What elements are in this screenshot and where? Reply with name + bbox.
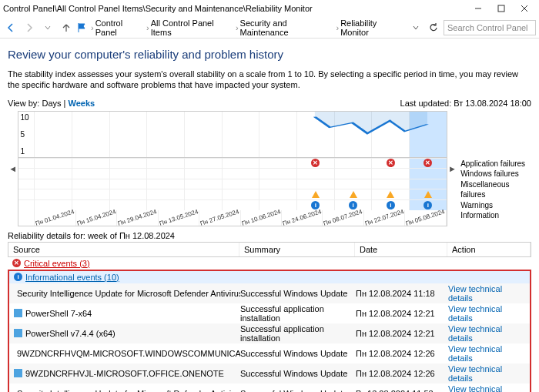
chart-scroll-right[interactable]: ► bbox=[447, 111, 457, 226]
refresh-icon[interactable] bbox=[428, 22, 439, 33]
view-details-link[interactable]: View technical details bbox=[448, 384, 502, 392]
event-row[interactable]: 9WZDNCRFHVQM-MICROSOFT.WINDOWSCOMMUNICAT… bbox=[9, 343, 530, 364]
minimize-button[interactable] bbox=[467, 1, 490, 16]
view-weeks-link[interactable]: Weeks bbox=[68, 99, 95, 108]
error-icon: ✕ bbox=[424, 159, 432, 167]
event-row[interactable]: Security Intelligence Update for Microso… bbox=[9, 283, 530, 303]
group-critical[interactable]: ✕ Critical events (3) bbox=[8, 257, 531, 270]
view-days-link[interactable]: Days bbox=[42, 99, 61, 108]
chart-column[interactable] bbox=[146, 112, 184, 157]
view-details-link[interactable]: View technical details bbox=[448, 344, 502, 363]
chart-legend: Application failuresWindows failuresMisc… bbox=[457, 111, 531, 226]
chart-column[interactable] bbox=[109, 112, 147, 157]
view-details-link[interactable]: View technical details bbox=[448, 284, 502, 303]
last-updated: Last updated: Вт 13.08.2024 18:00 bbox=[400, 99, 531, 108]
chart-scroll-left[interactable]: ◄ bbox=[8, 111, 18, 226]
table-header: Source Summary Date Action bbox=[8, 242, 531, 257]
warning-icon bbox=[424, 191, 432, 198]
search-input[interactable]: Search Control Panel bbox=[444, 20, 536, 35]
chart-column[interactable] bbox=[371, 112, 409, 157]
error-icon: ✕ bbox=[12, 259, 21, 267]
view-details-link[interactable]: View technical details bbox=[448, 364, 502, 383]
error-icon: ✕ bbox=[387, 159, 395, 167]
close-button[interactable] bbox=[513, 1, 536, 16]
reliability-chart[interactable]: 10 5 1 ✕✕✕iiii Пн 01.04.2024Пн 15.04.202… bbox=[18, 111, 447, 226]
details-title: Reliability details for: week of Пн 12.0… bbox=[8, 231, 531, 240]
info-icon: i bbox=[349, 201, 357, 209]
info-icon: i bbox=[387, 201, 395, 209]
chart-column[interactable] bbox=[409, 112, 447, 157]
event-row[interactable]: PowerShell 7-x64Successful application i… bbox=[9, 303, 530, 323]
info-icon: i bbox=[424, 201, 432, 209]
page-description: The stability index assesses your system… bbox=[8, 69, 531, 91]
col-summary[interactable]: Summary bbox=[239, 243, 355, 256]
app-icon bbox=[14, 309, 22, 317]
highlight-box: i Informational events (10) Security Int… bbox=[8, 270, 531, 392]
chart-column[interactable] bbox=[34, 112, 72, 157]
event-row[interactable]: Security Intelligence Update for Microso… bbox=[9, 384, 530, 392]
view-details-link[interactable]: View technical details bbox=[448, 304, 502, 323]
breadcrumb-dropdown[interactable] bbox=[408, 20, 424, 35]
group-informational[interactable]: i Informational events (10) bbox=[9, 271, 530, 283]
col-action[interactable]: Action bbox=[447, 243, 531, 256]
maximize-button[interactable] bbox=[490, 1, 513, 16]
warning-icon bbox=[312, 191, 320, 198]
chart-column[interactable] bbox=[184, 112, 222, 157]
titlebar: Control Panel\All Control Panel Items\Se… bbox=[0, 0, 539, 17]
app-icon bbox=[14, 329, 22, 337]
warning-icon bbox=[387, 191, 394, 198]
event-row[interactable]: 9WZDNCRFHVJL-MICROSOFT.OFFICE.ONENOTESuc… bbox=[9, 364, 530, 384]
back-button[interactable] bbox=[3, 20, 18, 35]
view-by-toggle: View by: Days | Weeks bbox=[8, 99, 95, 108]
col-date[interactable]: Date bbox=[355, 243, 447, 256]
recent-dropdown[interactable] bbox=[40, 20, 55, 35]
chart-column[interactable] bbox=[259, 112, 296, 157]
breadcrumb[interactable]: ›Control Panel ›All Control Panel Items … bbox=[91, 18, 405, 37]
warning-icon bbox=[350, 191, 357, 198]
window-title: Control Panel\All Control Panel Items\Se… bbox=[3, 4, 467, 13]
svg-rect-1 bbox=[498, 5, 504, 12]
forward-button[interactable] bbox=[22, 20, 37, 35]
up-button[interactable] bbox=[59, 20, 74, 35]
y-axis: 10 5 1 bbox=[18, 112, 34, 157]
page-title: Review your computer's reliability and p… bbox=[8, 48, 531, 61]
info-icon: i bbox=[14, 273, 22, 281]
event-row[interactable]: PowerShell v7.4.4 (x64)Successful applic… bbox=[9, 323, 530, 343]
chart-column[interactable] bbox=[222, 112, 259, 157]
chart-column[interactable] bbox=[296, 112, 334, 157]
view-details-link[interactable]: View technical details bbox=[448, 324, 502, 343]
error-icon: ✕ bbox=[311, 159, 320, 167]
flag-icon bbox=[77, 22, 88, 33]
navbar: ›Control Panel ›All Control Panel Items … bbox=[0, 17, 539, 39]
app-icon bbox=[14, 369, 22, 377]
chart-column[interactable] bbox=[72, 112, 109, 157]
chart-column[interactable] bbox=[334, 112, 372, 157]
col-source[interactable]: Source bbox=[8, 243, 239, 256]
